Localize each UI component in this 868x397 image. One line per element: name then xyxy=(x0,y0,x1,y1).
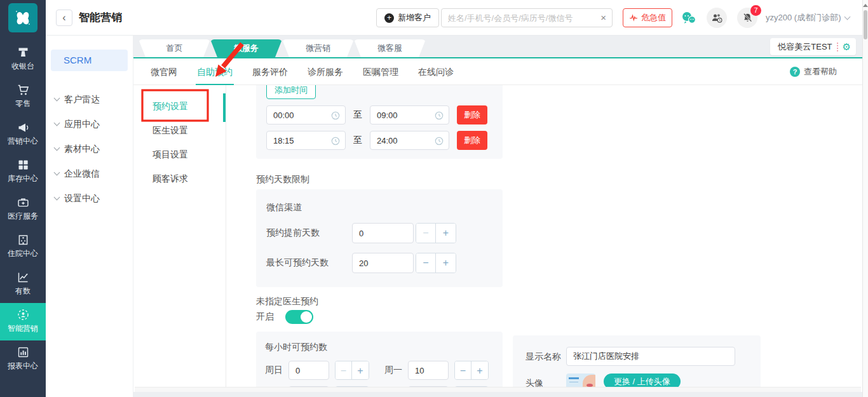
delete-time-button[interactable]: 删除 xyxy=(457,105,487,124)
to-label: 至 xyxy=(353,109,362,121)
minus-button[interactable]: − xyxy=(416,253,436,273)
grid-icon xyxy=(17,158,30,172)
hourly-input[interactable] xyxy=(288,361,329,380)
scrm-item-settings-center[interactable]: 设置中心 xyxy=(46,186,133,211)
clear-search-icon[interactable]: × xyxy=(600,12,606,24)
sidebar-item-retail[interactable]: 零售 xyxy=(0,78,46,116)
plus-button[interactable]: + xyxy=(352,361,369,379)
scrm-sidebar: SCRM 客户雷达 应用中心 素材中心 企业微信 设置中心 xyxy=(46,36,133,397)
display-name-label: 显示名称 xyxy=(526,347,566,366)
sidebar-item-smart-marketing[interactable]: 智能营销 xyxy=(0,303,46,340)
scrollbar-thumb[interactable] xyxy=(864,10,867,39)
stepper: − + xyxy=(416,223,456,243)
subtab-clinic-service[interactable]: 诊所服务 xyxy=(308,58,343,85)
tab-micro-marketing[interactable]: 微营销 xyxy=(282,39,354,57)
subtab-medical-orders[interactable]: 医嘱管理 xyxy=(363,58,398,85)
time-range-row: 至 删除 xyxy=(266,131,492,150)
app-window: 收银台 零售 营销中心 库存中心 医疗服务 住院中心 xyxy=(0,0,868,397)
sidebar-item-report-center[interactable]: 报表中心 xyxy=(0,340,46,378)
app-logo[interactable] xyxy=(8,3,37,32)
menu-item-booking-settings[interactable]: 预约设置 xyxy=(133,94,226,118)
subtab-micro-site[interactable]: 微官网 xyxy=(151,58,177,85)
start-time-field[interactable] xyxy=(266,105,346,124)
sidebar-item-marketing-center[interactable]: 营销中心 xyxy=(0,116,46,153)
critical-value-button[interactable]: 危急值 xyxy=(623,8,672,27)
scrm-item-wecom[interactable]: 企业微信 xyxy=(46,161,133,186)
add-customer-label: 新增客户 xyxy=(398,12,431,24)
active-menu-indicator xyxy=(223,93,226,122)
add-customer-button[interactable]: + 新增客户 xyxy=(376,8,439,27)
scroll-up-arrow-icon[interactable] xyxy=(863,4,868,7)
sidebar-item-cashier[interactable]: 收银台 xyxy=(0,41,46,78)
sidebar-item-label: 有数 xyxy=(15,286,31,297)
scrm-item-app-center[interactable]: 应用中心 xyxy=(46,112,133,137)
minus-button[interactable]: − xyxy=(416,224,436,243)
delete-time-button[interactable]: 删除 xyxy=(457,131,487,150)
unassigned-doctor-title: 未指定医生预约 xyxy=(256,296,318,307)
scrm-item-label: 素材中心 xyxy=(64,144,100,155)
advance-days-input[interactable] xyxy=(352,223,414,243)
enable-toggle[interactable] xyxy=(285,310,313,324)
max-days-input[interactable] xyxy=(352,253,414,273)
tab-micro-support[interactable]: 微客服 xyxy=(354,39,426,57)
scrm-item-label: 客户雷达 xyxy=(64,94,100,105)
clock-icon xyxy=(330,111,341,121)
topbar: ‹ 智能营销 + 新增客户 × 危急值 xyxy=(46,0,862,36)
sidebar-nav: 收银台 零售 营销中心 库存中心 医疗服务 住院中心 xyxy=(0,41,46,378)
plus-button[interactable]: + xyxy=(471,361,488,379)
clock-icon xyxy=(330,136,341,146)
plus-button[interactable]: + xyxy=(436,224,456,243)
back-button[interactable]: ‹ xyxy=(56,10,72,26)
sidebar-item-analytics[interactable]: 有数 xyxy=(0,266,46,303)
tab-home[interactable]: 首页 xyxy=(139,39,210,57)
cart-icon xyxy=(17,83,30,97)
view-help-link[interactable]: ? 查看帮助 xyxy=(790,58,837,85)
booking-settings-menu: 预约设置 医生设置 项目设置 顾客诉求 xyxy=(133,85,226,392)
menu-item-customer-requests[interactable]: 顾客诉求 xyxy=(133,166,226,191)
stepper: − + xyxy=(454,361,489,380)
scrm-header[interactable]: SCRM xyxy=(51,50,128,71)
subtab-self-booking[interactable]: 自助预约 xyxy=(197,58,233,85)
start-time-field[interactable] xyxy=(266,131,346,150)
clinic-badge: 悦容美云TEST ⚙ xyxy=(770,38,856,55)
user-menu[interactable]: yzy200 (成都门诊部) xyxy=(766,0,850,36)
horizontal-scrollbar[interactable] xyxy=(135,387,861,392)
display-name-row: 显示名称 xyxy=(526,347,748,366)
add-time-button[interactable]: 添加时间 xyxy=(266,85,316,99)
hourly-capacity-title: 每小时可预约数 xyxy=(265,342,494,353)
scrm-item-material-center[interactable]: 素材中心 xyxy=(46,137,133,161)
search-input[interactable] xyxy=(442,9,612,27)
minus-button[interactable]: − xyxy=(455,361,471,379)
avatar-ad-text xyxy=(569,377,579,379)
time-ranges-box: 添加时间 至 删除 xyxy=(256,85,503,159)
wechat-icon[interactable] xyxy=(681,11,696,25)
scrm-item-customer-radar[interactable]: 客户雷达 xyxy=(46,87,133,112)
menu-item-project-settings[interactable]: 项目设置 xyxy=(133,142,226,166)
end-time-field[interactable] xyxy=(370,105,449,124)
scrm-item-label: 设置中心 xyxy=(64,193,100,205)
gear-icon[interactable]: ⚙ xyxy=(843,41,851,53)
plus-button[interactable]: + xyxy=(436,253,456,273)
notifications-button[interactable]: 7 xyxy=(737,8,757,28)
display-name-input[interactable] xyxy=(566,347,735,366)
advance-days-label: 预约提前天数 xyxy=(266,227,352,239)
hourly-input[interactable] xyxy=(408,361,449,380)
vertical-scrollbar[interactable] xyxy=(862,0,868,397)
subtab-online-consult[interactable]: 在线问诊 xyxy=(418,58,454,85)
sidebar-item-label: 智能营销 xyxy=(8,323,38,334)
day-label: 周一 xyxy=(384,365,402,376)
menu-item-doctor-settings[interactable]: 医生设置 xyxy=(133,118,226,142)
end-time-field[interactable] xyxy=(370,131,449,150)
sidebar-item-inventory-center[interactable]: 库存中心 xyxy=(0,153,46,191)
sidebar-item-medical-services[interactable]: 医疗服务 xyxy=(0,191,46,228)
line-chart-icon xyxy=(17,271,30,284)
sidebar-item-inpatient-center[interactable]: 住院中心 xyxy=(0,228,46,266)
minus-button[interactable]: − xyxy=(336,361,352,379)
hospital-icon xyxy=(17,233,30,246)
days-limit-box: 微信渠道 预约提前天数 − + 最长可预约天数 − xyxy=(256,189,503,287)
chevron-down-icon xyxy=(54,194,60,201)
shift-handover-button[interactable] xyxy=(707,8,727,28)
tab-micro-service[interactable]: 微服务 xyxy=(210,39,282,57)
subtab-service-review[interactable]: 服务评价 xyxy=(252,58,288,85)
medkit-icon xyxy=(17,196,30,209)
